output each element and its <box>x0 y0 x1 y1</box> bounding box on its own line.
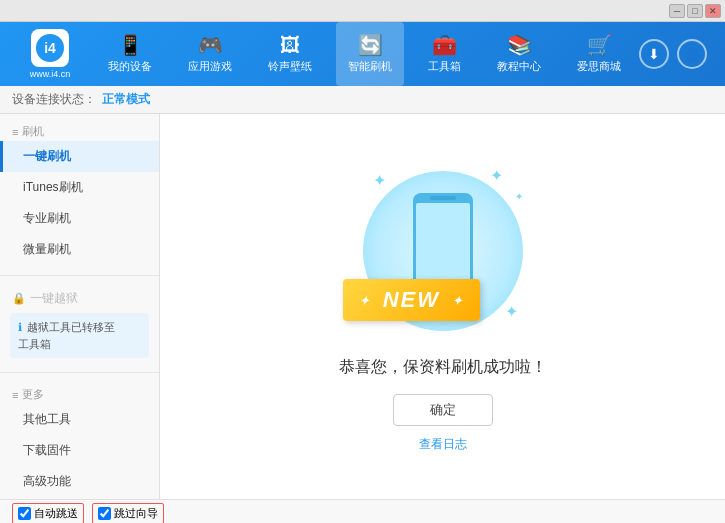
nav-my-device[interactable]: 📱 我的设备 <box>96 22 164 86</box>
goto-log-link[interactable]: 查看日志 <box>419 436 467 453</box>
sidebar-divider-2 <box>0 372 159 373</box>
sidebar-item-one-click-flash[interactable]: 一键刷机 <box>0 141 159 172</box>
jailbreak-note-text: 越狱工具已转移至工具箱 <box>18 321 115 350</box>
sidebar-jailbreak-title: 🔒 一键越狱 <box>0 286 159 309</box>
nav-apps-label: 应用游戏 <box>188 59 232 74</box>
sidebar-divider-1 <box>0 275 159 276</box>
nav-right-controls: ⬇ 👤 <box>639 39 715 69</box>
account-button[interactable]: 👤 <box>677 39 707 69</box>
apps-icon: 🎮 <box>198 35 223 55</box>
new-badge: NEW <box>343 279 481 321</box>
sidebar-more-title: ≡ 更多 <box>0 383 159 404</box>
success-message: 恭喜您，保资料刷机成功啦！ <box>339 357 547 378</box>
tutorial-icon: 📚 <box>507 35 532 55</box>
sidebar-section-flash: ≡ 刷机 一键刷机 iTunes刷机 专业刷机 微量刷机 <box>0 114 159 271</box>
sidebar-item-itunes-flash[interactable]: iTunes刷机 <box>0 172 159 203</box>
logo-icon: i4 <box>31 29 69 67</box>
close-button[interactable]: ✕ <box>705 4 721 18</box>
info-icon: ℹ <box>18 321 22 333</box>
sparkle-2: ✦ <box>490 166 503 185</box>
status-value: 正常模式 <box>102 91 150 108</box>
auto-jump-checkbox[interactable] <box>18 507 31 520</box>
jailbreak-note: ℹ 越狱工具已转移至工具箱 <box>10 313 149 358</box>
nav-wallpaper[interactable]: 🖼 铃声壁纸 <box>256 22 324 86</box>
maximize-button[interactable]: □ <box>687 4 703 18</box>
sidebar-item-data-flash[interactable]: 微量刷机 <box>0 234 159 265</box>
nav-wallpaper-label: 铃声壁纸 <box>268 59 312 74</box>
flash-section-icon: ≡ <box>12 126 18 138</box>
more-section-icon: ≡ <box>12 389 18 401</box>
logo[interactable]: i4 www.i4.cn <box>10 29 90 79</box>
svg-rect-3 <box>416 203 470 291</box>
title-bar: ─ □ ✕ <box>0 0 725 22</box>
sidebar-item-download-firmware[interactable]: 下载固件 <box>0 435 159 466</box>
auto-jump-checkbox-label[interactable]: 自动跳送 <box>12 503 84 523</box>
nav-tutorial[interactable]: 📚 教程中心 <box>485 22 553 86</box>
svg-text:i4: i4 <box>44 40 56 56</box>
sidebar-section-more: ≡ 更多 其他工具 下载固件 高级功能 <box>0 377 159 499</box>
header: i4 www.i4.cn 📱 我的设备 🎮 应用游戏 🖼 铃声壁纸 🔄 智能刷机… <box>0 22 725 86</box>
smart-flash-icon: 🔄 <box>358 35 383 55</box>
minimize-button[interactable]: ─ <box>669 4 685 18</box>
sparkle-3: ✦ <box>505 302 518 321</box>
nav-store-label: 爱思商城 <box>577 59 621 74</box>
nav-store[interactable]: 🛒 爱思商城 <box>565 22 633 86</box>
nav-my-device-label: 我的设备 <box>108 59 152 74</box>
svg-rect-4 <box>430 196 456 200</box>
confirm-button[interactable]: 确定 <box>393 394 493 426</box>
store-icon: 🛒 <box>587 35 612 55</box>
checkbox-group: 自动跳送 跳过向导 <box>12 503 164 523</box>
my-device-icon: 📱 <box>118 35 143 55</box>
lock-icon: 🔒 <box>12 292 26 305</box>
sidebar: ≡ 刷机 一键刷机 iTunes刷机 专业刷机 微量刷机 🔒 一键越狱 <box>0 114 160 499</box>
footer-left: 自动跳送 跳过向导 📱 iPhone 12 mini 64GB Down-12m… <box>12 503 164 523</box>
sidebar-item-pro-flash[interactable]: 专业刷机 <box>0 203 159 234</box>
nav-items: 📱 我的设备 🎮 应用游戏 🖼 铃声壁纸 🔄 智能刷机 🧰 工具箱 📚 教程中心… <box>90 22 639 86</box>
status-bar: 设备连接状态： 正常模式 <box>0 86 725 114</box>
sidebar-item-advanced[interactable]: 高级功能 <box>0 466 159 497</box>
nav-tutorial-label: 教程中心 <box>497 59 541 74</box>
nav-toolbox[interactable]: 🧰 工具箱 <box>416 22 473 86</box>
status-label: 设备连接状态： <box>12 91 96 108</box>
skip-wizard-checkbox[interactable] <box>98 507 111 520</box>
main-area: ≡ 刷机 一键刷机 iTunes刷机 专业刷机 微量刷机 🔒 一键越狱 <box>0 114 725 499</box>
sidebar-item-other-tools[interactable]: 其他工具 <box>0 404 159 435</box>
phone-container: ✦ ✦ ✦ ✦ NEW <box>353 161 533 341</box>
sidebar-section-jailbreak: 🔒 一键越狱 ℹ 越狱工具已转移至工具箱 <box>0 280 159 368</box>
sparkle-1: ✦ <box>373 171 386 190</box>
nav-toolbox-label: 工具箱 <box>428 59 461 74</box>
main-content: ✦ ✦ ✦ ✦ NEW 恭喜您，保资料刷机成功啦！ 确定 查看日志 <box>160 114 725 499</box>
download-button[interactable]: ⬇ <box>639 39 669 69</box>
success-illustration: ✦ ✦ ✦ ✦ NEW <box>353 161 533 341</box>
nav-apps[interactable]: 🎮 应用游戏 <box>176 22 244 86</box>
footer: 自动跳送 跳过向导 📱 iPhone 12 mini 64GB Down-12m… <box>0 499 725 523</box>
sparkle-4: ✦ <box>515 191 523 202</box>
toolbox-icon: 🧰 <box>432 35 457 55</box>
nav-smart-flash[interactable]: 🔄 智能刷机 <box>336 22 404 86</box>
skip-wizard-checkbox-label[interactable]: 跳过向导 <box>92 503 164 523</box>
sidebar-section-flash-title: ≡ 刷机 <box>0 120 159 141</box>
window-controls: ─ □ ✕ <box>669 4 721 18</box>
nav-smart-flash-label: 智能刷机 <box>348 59 392 74</box>
logo-text: www.i4.cn <box>30 69 71 79</box>
wallpaper-icon: 🖼 <box>280 35 300 55</box>
